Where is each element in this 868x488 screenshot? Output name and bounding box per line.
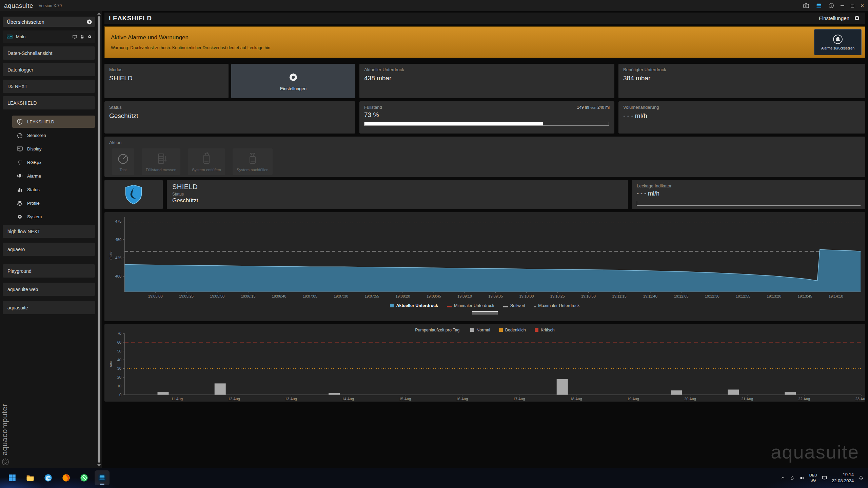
legend-item: Sollwert [503,303,525,308]
svg-text:19:05:50: 19:05:50 [210,294,224,298]
aquasuite-logo-icon [816,3,822,9]
action-label: System entlüften [192,168,221,172]
add-overview-page-icon[interactable] [86,19,93,25]
svg-text:10: 10 [117,384,121,388]
card-value: 384 mbar [623,75,861,82]
svg-text:450: 450 [115,238,121,242]
language-indicator[interactable]: DEU SG [809,473,817,483]
sidebar-subitem-system[interactable]: System [12,210,95,223]
sidebar-scrollbar[interactable] [97,12,101,467]
aktion-card: Aktion Test Füllstand messen System entl… [104,137,865,177]
action-system-nachfuellen-button[interactable]: System nachfüllen [233,148,273,175]
sidebar-item-aquaero[interactable]: aquaero [3,243,95,256]
start-button[interactable] [5,470,20,485]
sidebar-item-main[interactable]: Main [3,30,95,43]
sidebar-subitem-rgbpx[interactable]: RGBpx [12,156,95,168]
chart-scroll-handle[interactable] [104,311,865,314]
measure-fill-level-icon [154,152,168,165]
legend-item: Bedenklich [499,328,526,332]
svg-text:19:10:25: 19:10:25 [550,294,565,298]
scrollbar-up-arrow[interactable] [97,12,101,15]
pressure-chart-legend: Aktueller UnterdruckMinimaler Unterdruck… [104,303,865,308]
sidebar-subitem-profile[interactable]: Profile [12,197,95,209]
gear-icon[interactable] [853,14,861,22]
language-line2: SG [809,478,817,483]
layers-icon [17,200,23,206]
header-settings-button[interactable]: Einstellungen [819,14,861,22]
svg-text:19:09:10: 19:09:10 [457,294,472,298]
svg-text:16.Aug: 16.Aug [456,397,468,401]
svg-text:60: 60 [117,340,121,344]
titlebar: aquasuite Version X.79 × [0,0,868,11]
sidebar-subitem-sensoren[interactable]: Sensoren [12,129,95,141]
card-value: 438 mbar [364,75,610,82]
svg-text:19:08:45: 19:08:45 [427,294,441,298]
folder-icon [26,473,35,482]
legend-item: Normal [470,328,490,332]
gauge-icon [116,152,130,165]
action-system-entlueften-button[interactable]: System entlüften [188,148,225,175]
sidebar-subitem-display[interactable]: Display [12,143,95,155]
svg-text:19:05:00: 19:05:00 [148,294,163,298]
bar-chart-icon [17,186,23,193]
svg-text:425: 425 [115,256,121,260]
lock-icon[interactable] [80,34,84,39]
taskbar-clock[interactable]: 19:14 22.08.2024 [832,472,854,484]
screenshot-camera-icon[interactable] [803,2,809,9]
sidebar-item-datenlogger[interactable]: Datenlogger [3,63,95,76]
minimize-button[interactable] [841,5,844,6]
notification-bell-icon[interactable] [858,475,864,481]
sidebar-subitem-leakshield[interactable]: LEAKSHIELD [12,116,95,128]
info-icon[interactable] [828,3,834,8]
action-test-button[interactable]: Test [112,148,134,175]
action-fuellstand-messen-button[interactable]: Füllstand messen [142,148,180,175]
reset-alarms-button[interactable]: Alarme zurücksetzen [814,29,862,55]
gear-icon [287,71,300,84]
file-explorer-button[interactable] [23,470,38,485]
sidebar-item-aquasuite[interactable]: aquasuite [3,301,95,314]
gear-icon[interactable] [87,34,92,39]
close-button[interactable]: × [861,3,864,8]
network-icon[interactable] [822,475,827,481]
svg-text:19:07:30: 19:07:30 [334,294,348,298]
sidebar-item-high-flow-next[interactable]: high flow NEXT [3,225,95,238]
sidebar-header-overview-pages[interactable]: Übersichtsseiten [3,17,95,27]
aquasuite-taskbar-button[interactable] [95,470,110,485]
sidebar-item-daten-schnellansicht[interactable]: Daten-Schnellansicht [3,46,95,60]
svg-text:23.Aug: 23.Aug [855,397,865,401]
sidebar-item-label: Datenlogger [7,67,33,73]
einstellungen-button-card[interactable]: Einstellungen [231,64,355,98]
sidebar-item-aquasuite-web[interactable]: aquasuite web [3,283,95,296]
action-label: Füllstand messen [146,168,176,172]
maximize-button[interactable] [851,4,854,7]
sidebar-subitem-alarme[interactable]: Alarme [12,170,95,182]
tray-chevron-up-icon[interactable] [781,475,785,480]
volume-icon[interactable] [799,475,805,481]
aquacomputer-vertical-brand: aquacomputer [0,404,9,455]
header-settings-label: Einstellungen [819,15,849,21]
svg-text:17.Aug: 17.Aug [513,397,525,401]
page-header: LEAKSHIELD Einstellungen [104,13,865,24]
aquasuite-tray-drop-icon[interactable] [790,475,795,481]
pressure-chart: 40042545047519:05:0019:05:2519:05:5019:0… [104,214,865,302]
pump-runtime-legend: Pumpenlaufzeit pro TagNormalBedenklichKr… [104,328,865,332]
sidebar-item-leakshield[interactable]: LEAKSHIELD [3,96,95,109]
monitor-icon[interactable] [72,34,77,39]
svg-text:0: 0 [119,393,121,397]
sidebar-item-label: aquasuite [7,305,28,310]
scrollbar-thumb[interactable] [98,16,100,463]
svg-text:15.Aug: 15.Aug [399,397,411,401]
whatsapp-button[interactable] [77,470,92,485]
shield-status-label: Status [172,192,623,197]
browser-button[interactable] [41,470,56,485]
sidebar-item-d5-next[interactable]: D5 NEXT [3,80,95,93]
sidebar-subitem-status[interactable]: Status [12,183,95,196]
svg-text:12.Aug: 12.Aug [228,397,240,401]
svg-text:19:10:00: 19:10:00 [519,294,534,298]
sidebar-item-playground[interactable]: Playground [3,264,95,278]
vent-system-icon [200,152,213,165]
sidebar-subitem-label: Alarme [27,174,41,179]
firefox-button[interactable] [59,470,74,485]
scrollbar-down-arrow[interactable] [97,464,101,467]
card-value: - - - ml/h [623,112,861,120]
